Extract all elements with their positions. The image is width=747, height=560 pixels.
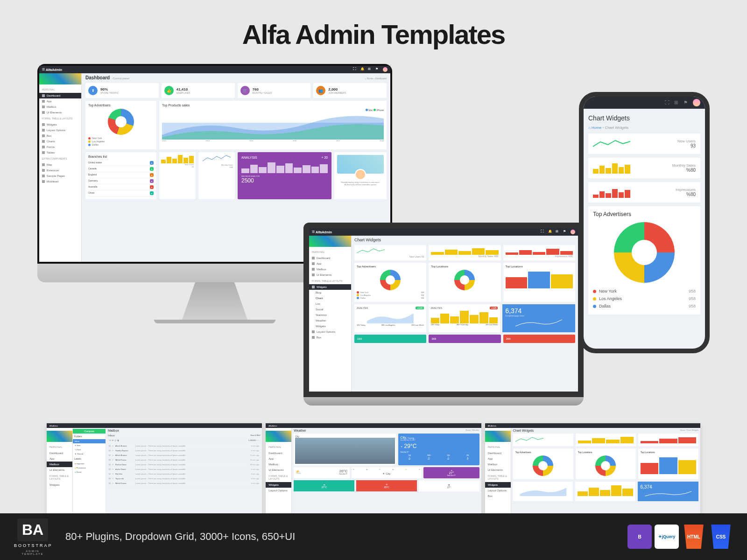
checkbox[interactable]: ☐ bbox=[109, 482, 111, 484]
folder-starred[interactable]: ★ Starred bbox=[73, 452, 106, 456]
inbox-row[interactable]: ☐☆Mehul KumarLorem ipsum – There are man… bbox=[108, 458, 260, 462]
sidebar-item[interactable]: Layout Options bbox=[266, 488, 291, 493]
notification-icon[interactable]: 🔔 bbox=[548, 230, 553, 234]
sidebar-item[interactable]: Ui Elements bbox=[485, 467, 511, 473]
checkbox[interactable]: ☐ bbox=[109, 477, 111, 480]
fullscreen-icon[interactable]: ⛶ bbox=[665, 100, 670, 105]
sidebar-item[interactable]: Dashboard bbox=[266, 450, 291, 456]
checkbox[interactable]: ☐ bbox=[109, 445, 111, 447]
label-item[interactable]: ● Promotions bbox=[73, 466, 106, 470]
sidebar-subitem[interactable]: Statistics bbox=[309, 312, 351, 318]
sidebar-item[interactable]: Widgets bbox=[47, 482, 72, 488]
sidebar-item[interactable]: Dashboard bbox=[47, 450, 72, 456]
next-icon[interactable]: › bbox=[258, 439, 259, 441]
inbox-row[interactable]: ☐☆Alirick BrutoutLorem ipsum – There are… bbox=[108, 444, 260, 448]
star-icon[interactable]: ☆ bbox=[112, 477, 114, 480]
compose-button[interactable]: Compose bbox=[73, 429, 106, 434]
brand[interactable]: AlfaAdmin bbox=[316, 231, 332, 234]
star-icon[interactable]: ☆ bbox=[112, 468, 114, 470]
sidebar-item-box[interactable]: Box bbox=[39, 133, 81, 139]
sidebar-item[interactable]: Mailbox bbox=[309, 266, 351, 272]
sidebar-subitem[interactable]: Blog bbox=[309, 290, 351, 295]
sidebar-item-ui[interactable]: Ui Elements bbox=[39, 110, 81, 115]
sidebar-item[interactable]: Widgets bbox=[266, 482, 291, 488]
branch-row[interactable]: United states● bbox=[88, 160, 154, 166]
folder-draft[interactable]: ✎ Draft bbox=[73, 448, 106, 452]
search-input[interactable]: Search Mail bbox=[250, 434, 260, 437]
sidebar-item-layout[interactable]: Layout Options bbox=[39, 127, 81, 133]
breadcrumb[interactable]: ⌂ Home › Chart Widgets bbox=[588, 126, 700, 130]
menu-icon[interactable]: ☰ bbox=[312, 230, 315, 234]
star-icon[interactable]: ☆ bbox=[112, 454, 114, 456]
checkbox[interactable]: ☐ bbox=[109, 468, 111, 470]
sidebar-item[interactable]: Widgets bbox=[485, 482, 511, 488]
sidebar-item[interactable]: Box bbox=[309, 335, 351, 340]
inbox-row[interactable]: ☐☆Alirick BrutoutLorem ipsum – There are… bbox=[108, 453, 260, 458]
flag-icon[interactable]: ⚑ bbox=[563, 230, 568, 234]
sidebar-item-pages[interactable]: Sample Pages bbox=[39, 173, 81, 179]
sidebar-item[interactable]: Mailbox bbox=[485, 462, 511, 467]
sidebar-item-tables[interactable]: Tables bbox=[39, 150, 81, 155]
branch-row[interactable]: Australia● bbox=[88, 184, 154, 190]
branch-row[interactable]: Canada● bbox=[88, 166, 154, 172]
brand[interactable]: AlfaAdmin bbox=[46, 68, 62, 71]
sidebar-subitem[interactable]: List bbox=[309, 301, 351, 307]
inbox-row[interactable]: ☐☆Aurha GanteLorem ipsum – There are man… bbox=[108, 467, 260, 472]
sidebar-item[interactable]: Dashboard bbox=[309, 255, 351, 261]
menu-icon[interactable]: ☰ bbox=[42, 68, 45, 71]
sidebar-item[interactable]: Ui Elements bbox=[47, 467, 72, 473]
star-icon[interactable]: ☆ bbox=[112, 463, 114, 466]
sidebar-item[interactable]: Mailbox bbox=[266, 462, 291, 467]
info-icon[interactable]: ⓘ bbox=[114, 439, 116, 441]
branch-row[interactable]: England● bbox=[88, 172, 154, 178]
sidebar-item[interactable]: App bbox=[47, 456, 72, 462]
fullscreen-icon[interactable]: ⛶ bbox=[541, 230, 545, 234]
sidebar-item-ext[interactable]: Extension bbox=[39, 168, 81, 173]
inbox-row[interactable]: ☐☆Huti dhoLorem ipsum – There are many v… bbox=[108, 472, 260, 476]
sidebar-item[interactable]: Dashboard bbox=[485, 450, 511, 456]
sidebar-item-forms[interactable]: Forms bbox=[39, 144, 81, 150]
flag-icon[interactable]: ⚑ bbox=[684, 100, 689, 105]
sidebar-item[interactable]: Ui Elements bbox=[266, 467, 291, 473]
folder-sent[interactable]: ✈ Sent bbox=[73, 443, 106, 448]
star-icon[interactable]: ☆ bbox=[112, 445, 114, 447]
checkbox[interactable]: ☐ bbox=[109, 454, 111, 456]
checkbox[interactable]: ☐ bbox=[109, 449, 111, 452]
sidebar-item-map[interactable]: Map bbox=[39, 162, 81, 168]
apps-icon[interactable]: ⊞ bbox=[556, 230, 560, 234]
branch-row[interactable]: China● bbox=[88, 190, 154, 196]
branch-row[interactable]: Germany● bbox=[88, 178, 154, 184]
inbox-row[interactable]: ☐☆Sandra RajmanLorem ipsum – There are m… bbox=[108, 448, 260, 453]
sidebar-item-dashboard[interactable]: Dashboard bbox=[39, 93, 81, 98]
label-item[interactable]: ● Social bbox=[73, 470, 106, 474]
notification-icon[interactable]: ⊞ bbox=[674, 100, 680, 105]
inbox-row[interactable]: ☐☆Burhan DatarLorem ipsum – There are ma… bbox=[108, 462, 260, 467]
star-icon[interactable]: ☆ bbox=[112, 482, 114, 484]
inbox-row[interactable]: ☐☆Mehul KumarLorem ipsum – There are man… bbox=[108, 481, 260, 486]
sidebar-item[interactable]: App bbox=[266, 456, 291, 462]
sidebar-item[interactable]: App bbox=[485, 456, 511, 462]
avatar[interactable] bbox=[571, 230, 575, 234]
sidebar-subitem[interactable]: Weather bbox=[309, 318, 351, 323]
sidebar-item[interactable]: Ui Elements bbox=[309, 272, 351, 278]
sidebar-item-charts[interactable]: Charts bbox=[39, 139, 81, 144]
sidebar-item[interactable]: Mailbox bbox=[47, 462, 72, 467]
breadcrumb[interactable]: Home / Chart Widgets bbox=[680, 429, 698, 432]
checkbox[interactable]: ☐ bbox=[109, 473, 111, 475]
label-item[interactable]: ● Important bbox=[73, 462, 106, 466]
refresh-icon[interactable]: ⟳ bbox=[112, 439, 113, 441]
breadcrumb[interactable]: Home / Weather bbox=[466, 429, 479, 432]
sidebar-item-widgets[interactable]: Widgets bbox=[39, 122, 81, 127]
star-icon[interactable]: ☆ bbox=[112, 473, 114, 475]
sidebar-item-widgets[interactable]: Widgets bbox=[309, 284, 351, 290]
sidebar-subitem-active[interactable]: Chart bbox=[309, 295, 351, 301]
inbox-row[interactable]: ☐☆Tapan vilaLorem ipsum – There are many… bbox=[108, 476, 260, 481]
checkbox[interactable]: ☐ bbox=[109, 459, 111, 461]
checkbox-all[interactable]: ☐ bbox=[109, 439, 111, 441]
sidebar-subitem[interactable]: Widgets bbox=[309, 323, 351, 329]
sidebar-item-multilevel[interactable]: Multilevel bbox=[39, 179, 81, 184]
avatar[interactable] bbox=[693, 99, 700, 106]
prev-icon[interactable]: ‹ bbox=[257, 439, 257, 441]
sidebar-item[interactable]: App bbox=[309, 261, 351, 266]
folder-inbox[interactable]: Inbox bbox=[73, 439, 106, 443]
